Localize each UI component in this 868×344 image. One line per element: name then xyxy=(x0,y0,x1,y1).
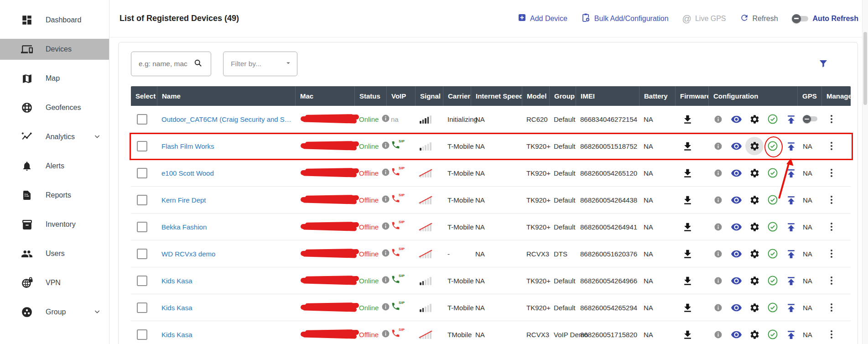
config-gear-icon[interactable] xyxy=(748,275,760,287)
config-sync-check-icon[interactable] xyxy=(767,194,779,206)
config-eye-icon[interactable] xyxy=(730,221,742,233)
config-info-icon[interactable] xyxy=(712,194,724,206)
config-gear-icon[interactable] xyxy=(748,140,760,152)
config-eye-icon[interactable] xyxy=(730,302,742,313)
config-sync-check-icon[interactable] xyxy=(767,275,779,287)
manage-kebab-icon[interactable] xyxy=(829,194,834,206)
select-checkbox[interactable] xyxy=(137,222,147,232)
config-info-icon[interactable] xyxy=(712,302,724,313)
config-info-icon[interactable] xyxy=(712,140,724,152)
search-input[interactable] xyxy=(138,59,193,68)
firmware-download-icon[interactable] xyxy=(681,302,693,313)
manage-kebab-icon[interactable] xyxy=(829,302,834,313)
manage-kebab-icon[interactable] xyxy=(829,113,834,125)
config-info-icon[interactable] xyxy=(712,221,724,233)
firmware-download-icon[interactable] xyxy=(681,221,693,233)
config-gear-icon[interactable] xyxy=(748,167,760,179)
config-push-icon[interactable] xyxy=(785,113,797,125)
sidebar-item-inventory[interactable]: Inventory xyxy=(0,214,109,235)
auto-refresh-toggle[interactable] xyxy=(792,14,809,24)
gps-toggle[interactable] xyxy=(803,114,820,124)
manage-kebab-icon[interactable] xyxy=(829,275,834,287)
filter-funnel-icon[interactable] xyxy=(818,58,829,69)
firmware-download-icon[interactable] xyxy=(681,140,693,152)
device-name-link[interactable]: e100 Scott Wood xyxy=(161,169,214,177)
device-name-link[interactable]: Kern Fire Dept xyxy=(161,196,206,204)
config-push-icon[interactable] xyxy=(785,302,797,313)
search-icon[interactable] xyxy=(193,58,203,69)
config-gear-icon[interactable] xyxy=(748,248,760,260)
firmware-download-icon[interactable] xyxy=(681,248,693,260)
config-push-icon[interactable] xyxy=(785,194,797,206)
sidebar-item-alerts[interactable]: Alerts xyxy=(0,156,109,177)
firmware-download-icon[interactable] xyxy=(681,194,693,206)
add-device-button[interactable]: Add Device xyxy=(518,13,567,24)
config-push-icon[interactable] xyxy=(785,221,797,233)
firmware-download-icon[interactable] xyxy=(681,113,693,125)
sidebar-item-users[interactable]: Users xyxy=(0,243,109,264)
config-gear-icon[interactable] xyxy=(748,302,760,313)
sidebar-item-vpn[interactable]: VPN xyxy=(0,272,109,293)
select-checkbox[interactable] xyxy=(137,195,147,205)
config-eye-icon[interactable] xyxy=(730,248,742,260)
config-sync-check-icon[interactable] xyxy=(767,302,779,313)
config-eye-icon[interactable] xyxy=(730,140,742,152)
manage-kebab-icon[interactable] xyxy=(829,140,834,152)
select-checkbox[interactable] xyxy=(137,249,147,259)
device-name-link[interactable]: Kids Kasa xyxy=(161,304,192,312)
firmware-download-icon[interactable] xyxy=(681,328,693,340)
select-checkbox[interactable] xyxy=(137,302,147,313)
select-checkbox[interactable] xyxy=(137,168,147,178)
page-scrollbar[interactable] xyxy=(862,0,868,344)
live-gps-button[interactable]: @ Live GPS xyxy=(682,14,726,23)
config-eye-icon[interactable] xyxy=(730,113,742,125)
firmware-download-icon[interactable] xyxy=(681,167,693,179)
manage-kebab-icon[interactable] xyxy=(829,167,834,179)
device-name-link[interactable]: Kids Kasa xyxy=(161,277,192,285)
sidebar-item-analytics[interactable]: Analytics xyxy=(0,126,109,147)
config-eye-icon[interactable] xyxy=(730,328,742,340)
config-sync-check-icon[interactable] xyxy=(767,328,779,340)
sidebar-item-devices[interactable]: Devices xyxy=(0,39,109,60)
select-checkbox[interactable] xyxy=(137,114,147,125)
device-name-link[interactable]: Outdoor_CAT6CM (Craig Security and Sound… xyxy=(161,115,295,123)
config-info-icon[interactable] xyxy=(712,328,724,340)
config-gear-icon[interactable] xyxy=(748,221,760,233)
manage-kebab-icon[interactable] xyxy=(829,248,834,260)
config-push-icon[interactable] xyxy=(785,275,797,287)
config-gear-icon[interactable] xyxy=(748,328,760,340)
device-name-link[interactable]: Flash Film Works xyxy=(161,142,214,150)
config-eye-icon[interactable] xyxy=(730,167,742,179)
refresh-button[interactable]: Refresh xyxy=(740,13,778,24)
config-info-icon[interactable] xyxy=(712,248,724,260)
manage-kebab-icon[interactable] xyxy=(829,221,834,233)
sidebar-item-map[interactable]: Map xyxy=(0,68,109,89)
device-name-link[interactable]: WD RCVx3 demo xyxy=(161,250,215,258)
sidebar-item-group[interactable]: Group xyxy=(0,302,109,323)
select-checkbox[interactable] xyxy=(137,141,147,151)
config-info-icon[interactable] xyxy=(712,275,724,287)
manage-kebab-icon[interactable] xyxy=(829,328,834,340)
config-push-icon[interactable] xyxy=(785,328,797,340)
config-sync-check-icon[interactable] xyxy=(767,167,779,179)
device-name-link[interactable]: Kids Kasa xyxy=(161,331,192,339)
config-push-icon[interactable] xyxy=(785,140,797,152)
config-gear-icon[interactable] xyxy=(748,194,760,206)
config-eye-icon[interactable] xyxy=(730,275,742,287)
sidebar-item-geofences[interactable]: Geofences xyxy=(0,97,109,118)
config-sync-check-icon[interactable] xyxy=(767,113,779,125)
config-eye-icon[interactable] xyxy=(730,194,742,206)
config-sync-check-icon[interactable] xyxy=(767,248,779,260)
select-checkbox[interactable] xyxy=(137,276,147,286)
config-sync-check-icon[interactable] xyxy=(767,221,779,233)
config-gear-icon[interactable] xyxy=(748,113,760,125)
select-checkbox[interactable] xyxy=(137,329,147,340)
config-sync-check-icon[interactable] xyxy=(767,140,779,152)
config-push-icon[interactable] xyxy=(785,248,797,260)
sidebar-item-reports[interactable]: Reports xyxy=(0,185,109,206)
filter-by-dropdown[interactable]: Filter by... xyxy=(223,52,297,76)
config-info-icon[interactable] xyxy=(712,167,724,179)
sidebar-item-dashboard[interactable]: Dashboard xyxy=(0,10,109,31)
config-info-icon[interactable] xyxy=(712,113,724,125)
config-push-icon[interactable] xyxy=(785,167,797,179)
